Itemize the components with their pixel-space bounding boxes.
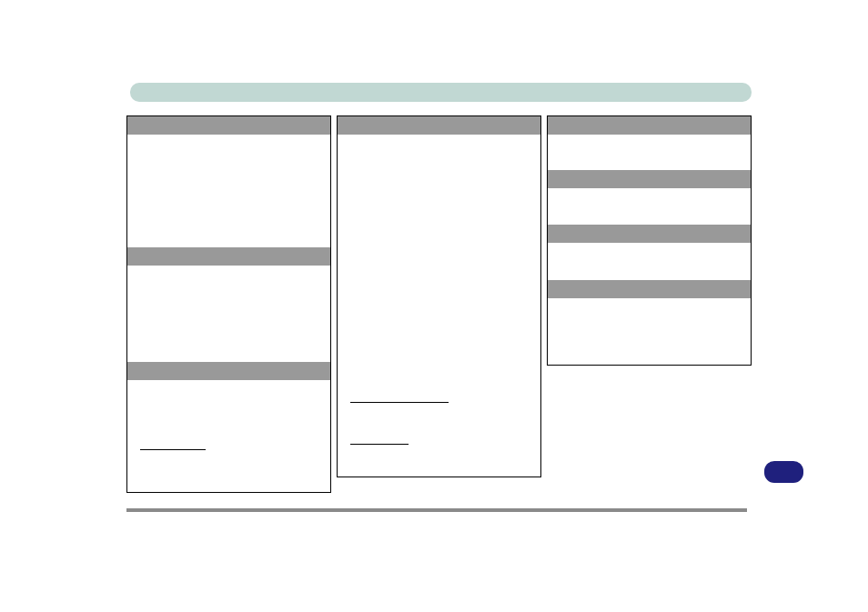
left-section-3-divider [140, 449, 206, 450]
right-section-3-header [548, 225, 751, 243]
left-section-2-body [127, 266, 330, 362]
column-middle [337, 115, 541, 477]
left-section-2-header [127, 247, 330, 266]
column-left [126, 115, 331, 493]
left-section-1-body [127, 135, 330, 247]
middle-divider-1 [350, 402, 449, 403]
right-section-3-body [548, 243, 751, 280]
page-root [0, 0, 868, 612]
bottom-rule [126, 508, 747, 512]
middle-divider-2 [350, 444, 409, 445]
right-section-1-header [548, 116, 751, 135]
right-section-2-body [548, 188, 751, 225]
right-section-2-header [548, 170, 751, 188]
action-pill[interactable] [764, 461, 803, 483]
left-section-1-header [127, 116, 330, 135]
page-banner [130, 83, 752, 102]
right-section-4-header [548, 280, 751, 298]
column-right [547, 115, 752, 366]
middle-section-1-header [338, 116, 540, 135]
middle-section-1-body [338, 135, 540, 477]
right-section-4-body [548, 298, 751, 362]
right-section-1-body [548, 135, 751, 170]
left-section-3-body [127, 380, 330, 491]
left-section-3-header [127, 362, 330, 380]
